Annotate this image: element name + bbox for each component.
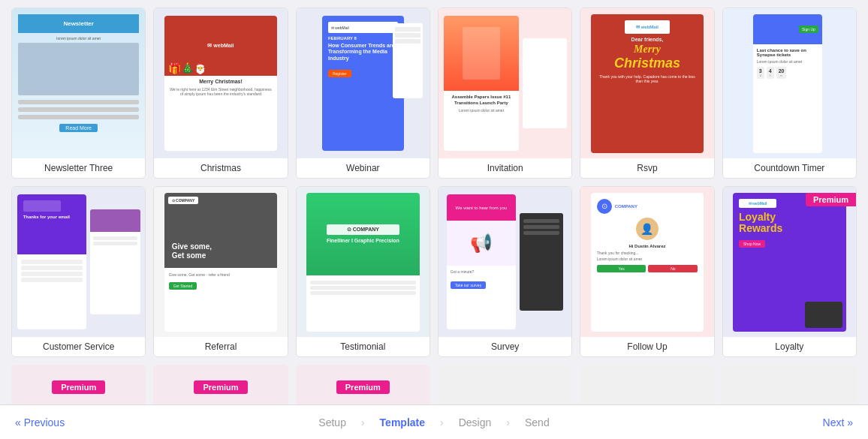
card-preview-followup: ⊙ COMPANY 👤 Hi Dustin Alvarez Thank you … [580,187,713,337]
template-card-referral[interactable]: ⊙ COMPANY Give some,Get some Give some, … [153,186,288,357]
template-card-webinar[interactable]: ✉ webMail FEBRUARY 8 How Consumer Trends… [296,8,430,179]
step-setup-label: Setup [303,416,361,428]
row3-premium-2: Premium [153,365,288,404]
ref-img: ⊙ COMPANY Give some,Get some [164,193,278,268]
template-label-referral: Referral [154,337,287,356]
surv-header: We want to hear from you [447,194,516,221]
cs-sr2 [93,242,137,245]
template-card-customer-service[interactable]: Thanks for your email [11,186,146,357]
surv-sr3 [523,231,560,235]
ref-body: Give some, Get some - refer a friend Get… [164,268,278,295]
row3-card-4 [438,365,572,404]
cs-header-text: Thanks for your email [23,215,80,219]
surv-sr2 [523,225,560,229]
cs-r1 [21,260,83,264]
cd-days-label: d [759,74,762,77]
card-preview-loyalty: ✉ webMail LoyaltyRewards Shop Now [723,187,856,337]
cs-logo [23,200,61,212]
fu-logo-icon: ⊙ [601,202,607,210]
template-label-testimonial: Testimonial [297,337,429,356]
template-card-countdown-timer[interactable]: Sign Up Last chance to save on Synapse t… [722,8,857,179]
template-label-christmas: Christmas [154,158,287,178]
web-main: ✉ webMail FEBRUARY 8 How Consumer Trends… [322,16,404,151]
cs-body [17,254,86,287]
test-r1 [310,281,416,284]
fu-text-2: Lorem ipsum dolor sit amet [597,257,698,261]
cd-header: Sign Up [753,14,822,44]
inv-img [444,16,519,91]
fu-logo: ⊙ [597,199,612,214]
template-card-testimonial[interactable]: ⊙ COMPANY Finelliner I Graphic Precision… [296,186,430,357]
web-side-r3 [395,39,420,44]
template-card-newsletter-three[interactable]: Newsletter lorem ipsum dolor sit amet Re… [11,8,146,179]
surv-sr1 [523,219,560,223]
row3-card-3[interactable]: Premium [296,365,430,404]
step-design: Design [444,416,507,428]
next-button[interactable]: Next » [778,416,853,428]
card-preview-survey: We want to hear from you 📢 Got a minute?… [439,187,571,337]
template-label-survey: Survey [439,337,571,356]
bottom-nav: « Previous Setup › Template › Design › S… [0,404,868,439]
xmas-gifts-icon: 🎁🎄🎅 [168,62,206,74]
test-body [306,275,420,300]
nav-steps: Setup › Template › Design › Send [90,416,778,428]
card-preview-newsletter-three: Newsletter lorem ipsum dolor sit amet Re… [12,8,145,158]
cs-r3 [21,272,83,276]
nl-text-3 [18,115,139,119]
cd-timer: 3 d 4 h 20 m [757,67,818,79]
card-preview-referral: ⊙ COMPANY Give some,Get some Give some, … [154,187,287,337]
web-logo: ✉ webMail [331,26,349,30]
premium-badge-3: Premium [336,380,390,394]
xmas-top: ✉ webMail 🎁🎄🎅 [164,16,278,76]
nl-image [18,43,139,95]
template-card-invitation[interactable]: Assemble Papers Issue #11 Transitions La… [438,8,572,179]
ref-main: ⊙ COMPANY Give some,Get some Give some, … [164,193,278,332]
row3-card-1[interactable]: Premium [11,365,146,404]
cd-days-num: 3 [759,68,762,74]
inv-img-inner [463,27,500,80]
fu-text-1: Thank you for checking... [597,251,698,255]
step-template-label[interactable]: Template [365,416,440,428]
web-side-r2 [395,33,420,38]
test-main: ⊙ COMPANY Finelliner I Graphic Precision [306,193,420,332]
prev-button[interactable]: « Previous [15,416,90,428]
web-date: FEBRUARY 8 [328,36,398,41]
template-card-rsvp[interactable]: ✉ webMail Dear friends, Merry Christmas … [580,8,714,179]
fu-main: ⊙ COMPANY 👤 Hi Dustin Alvarez Thank you … [591,193,704,332]
row3-premium-3: Premium [296,365,430,404]
cd-hours-label: h [769,74,772,77]
fu-logo-area: ⊙ COMPANY [597,199,698,214]
template-label-customer-service: Customer Service [12,337,145,356]
row3-card-2[interactable]: Premium [153,365,288,404]
inv-side [523,38,567,128]
fu-greeting: Hi Dustin Alvarez [597,244,698,248]
cd-days: 3 d [757,67,764,79]
xmas-body: We're right here at 1234 Elm Street neig… [164,86,278,98]
surv-side [520,213,564,311]
xmas-inner: ✉ webMail 🎁🎄🎅 Merry Christmas! We're rig… [164,16,278,151]
loy-btn: Shop Now [739,240,765,248]
card-preview-customer: Thanks for your email [12,187,145,337]
surv-main: We want to hear from you 📢 Got a minute?… [447,194,516,329]
test-r3 [310,291,416,295]
surv-header-text: We want to hear from you [456,206,508,210]
cd-body: Last chance to save on Synapse tickets L… [753,44,822,83]
surv-btn: Take our survey [451,281,486,289]
nl-btn: Read More [59,124,98,132]
card-preview-countdown: Sign Up Last chance to save on Synapse t… [723,8,856,158]
step-design-label: Design [444,416,507,428]
template-card-loyalty[interactable]: Premium ✉ webMail LoyaltyRewards Shop No… [722,186,857,357]
fu-yes-btn: Yes [597,265,646,272]
cs-side-body [90,232,140,250]
fu-logo-text: COMPANY [615,204,637,209]
cs-main: Thanks for your email [17,194,86,329]
template-card-follow-up[interactable]: ⊙ COMPANY 👤 Hi Dustin Alvarez Thank you … [580,186,714,357]
cd-mins: 20 m [776,67,787,79]
template-card-christmas[interactable]: ✉ webMail 🎁🎄🎅 Merry Christmas! We're rig… [153,8,288,179]
template-row-3: Premium Premium Premium [11,365,857,404]
template-label-newsletter-three: Newsletter Three [12,158,145,178]
cd-main: Sign Up Last chance to save on Synapse t… [753,14,822,153]
template-card-survey[interactable]: We want to hear from you 📢 Got a minute?… [438,186,572,357]
ref-subtext: Give some, Get some - refer a friend [169,272,273,277]
rsvp-merry-2: Christmas [614,56,680,71]
